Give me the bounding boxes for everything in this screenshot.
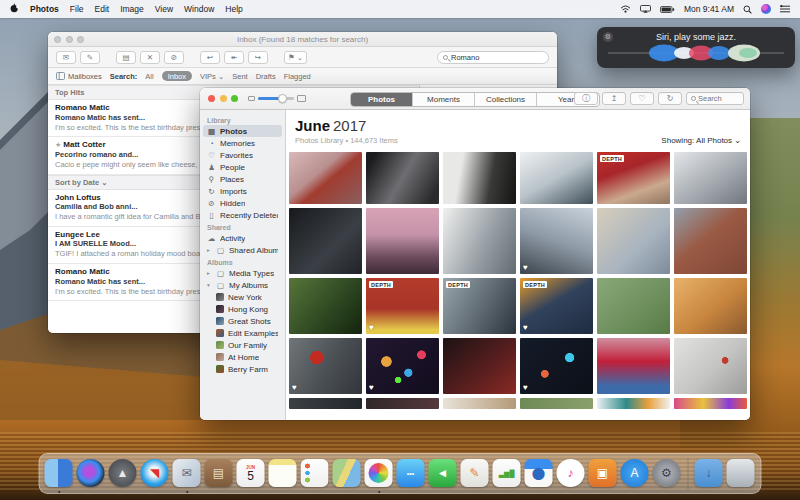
disclosure-chevron[interactable]: ▾ <box>207 282 212 288</box>
sidebar-item-media-types[interactable]: ▸▢Media Types <box>200 267 285 279</box>
dock-item-reminders[interactable] <box>301 459 330 488</box>
filter-flagged[interactable]: Flagged <box>284 72 311 81</box>
photo-red-car-road[interactable]: ♥ <box>289 338 362 394</box>
zoom-slider[interactable] <box>258 97 294 100</box>
sidebar-item-our-family[interactable]: Our Family <box>200 339 285 351</box>
photo-night-bokeh[interactable]: ♥ <box>366 338 439 394</box>
photo-orange-beanie-man[interactable]: DEPTH♥ <box>520 278 593 334</box>
menu-item-help[interactable]: Help <box>225 4 242 14</box>
sidebar-item-memories[interactable]: ◔Memories <box>200 137 285 149</box>
photo-ice-aerial[interactable] <box>520 152 593 204</box>
sidebar-item-edit-examples[interactable]: Edit Examples <box>200 327 285 339</box>
sidebar-item-places[interactable]: ⚲Places <box>200 173 285 185</box>
filter-inbox[interactable]: Inbox <box>162 71 192 81</box>
siri-settings-icon[interactable]: ⚙ <box>603 32 613 42</box>
spotlight-icon[interactable] <box>743 5 752 14</box>
dock-item-siri[interactable] <box>77 459 106 488</box>
info-button[interactable]: ⓘ <box>574 92 598 105</box>
dock-item-contacts[interactable]: ▤ <box>205 459 234 488</box>
sidebar-item-recently-deleted[interactable]: ▯Recently Deleted <box>200 209 285 221</box>
reply-button[interactable]: ↩ <box>200 51 220 64</box>
compose-button[interactable]: ✎ <box>80 51 100 64</box>
share-button[interactable]: ↥ <box>602 92 626 105</box>
photo-red-light-person[interactable] <box>443 338 516 394</box>
photo-palm-leaves[interactable] <box>289 278 362 334</box>
dock-item-photos[interactable] <box>365 459 394 488</box>
filter-all[interactable]: All <box>145 72 153 81</box>
photo-pink-sunset-city[interactable] <box>366 208 439 274</box>
minimize-button[interactable] <box>220 95 227 102</box>
favorite-button[interactable]: ♡ <box>630 92 654 105</box>
zoom-slider-knob[interactable] <box>278 94 287 103</box>
notification-center-icon[interactable] <box>780 5 790 13</box>
photo-radial-building[interactable] <box>674 152 747 204</box>
sidebar-item-berry-farm[interactable]: Berry Farm <box>200 363 285 375</box>
mailboxes-button[interactable]: Mailboxes <box>56 72 102 81</box>
sidebar-item-people[interactable]: ♟People <box>200 161 285 173</box>
menu-item-view[interactable]: View <box>155 4 173 14</box>
dock-item-notes[interactable] <box>269 459 298 488</box>
dock-item-facetime[interactable]: ◄ <box>429 459 458 488</box>
sidebar-item-hidden[interactable]: ⊘Hidden <box>200 197 285 209</box>
sidebar-item-hong-kong[interactable]: Hong Kong <box>200 303 285 315</box>
filter-vips[interactable]: VIPs ⌄ <box>200 72 224 81</box>
sidebar-item-favorites[interactable]: ♡Favorites <box>200 149 285 161</box>
photo-partial-2[interactable] <box>366 398 439 409</box>
menu-item-file[interactable]: File <box>70 4 84 14</box>
photo-sunset-woman[interactable] <box>674 278 747 334</box>
menu-item-photos[interactable]: Photos <box>30 4 59 14</box>
siri-menu-icon[interactable] <box>761 4 771 14</box>
wifi-icon[interactable] <box>620 5 631 13</box>
photo-spiral-stripes[interactable] <box>443 208 516 274</box>
disclosure-chevron[interactable]: ▸ <box>207 270 212 276</box>
dock-item-downloads[interactable]: ↓ <box>695 459 724 488</box>
photo-brick-city[interactable] <box>674 208 747 274</box>
dock-item-messages[interactable]: ••• <box>397 459 426 488</box>
photo-pink-bridge-beanie[interactable] <box>597 338 670 394</box>
photo-night-window[interactable]: ♥ <box>520 338 593 394</box>
sidebar-item-new-york[interactable]: New York <box>200 291 285 303</box>
forward-button[interactable]: ↪ <box>248 51 268 64</box>
sidebar-item-at-home[interactable]: At Home <box>200 351 285 363</box>
photo-red-hat-woman[interactable]: DEPTH <box>597 152 670 204</box>
filter-drafts[interactable]: Drafts <box>256 72 276 81</box>
dock-item-mail[interactable]: ✉ <box>173 459 202 488</box>
sidebar-item-imports[interactable]: ↻Imports <box>200 185 285 197</box>
tab-moments[interactable]: Moments <box>413 93 475 106</box>
dock-item-itunes[interactable]: ♪ <box>557 459 586 488</box>
photos-search-field[interactable] <box>686 92 744 105</box>
archive-button[interactable]: ▤ <box>116 51 136 64</box>
tab-collections[interactable]: Collections <box>475 93 537 106</box>
photo-skyscraper[interactable]: ♥ <box>520 208 593 274</box>
sidebar-item-my-albums[interactable]: ▾▢My Albums <box>200 279 285 291</box>
mail-search-input[interactable] <box>451 53 543 62</box>
photos-toolbar[interactable]: PhotosMomentsCollectionsYears ⓘ↥♡↻ <box>200 88 750 110</box>
dock-item-calendar[interactable]: JUN5 <box>237 459 266 488</box>
sidebar-item-great-shots[interactable]: Great Shots <box>200 315 285 327</box>
photo-partial-5[interactable] <box>597 398 670 409</box>
dock-item-finder[interactable] <box>45 459 74 488</box>
dock-item-safari[interactable]: ◥ <box>141 459 170 488</box>
dock-item-launchpad[interactable]: ▲ <box>109 459 138 488</box>
photo-partial-1[interactable] <box>289 398 362 409</box>
close-button[interactable] <box>208 95 215 102</box>
photos-search-input[interactable] <box>698 94 739 103</box>
mail-titlebar[interactable]: Inbox (Found 18 matches for search) <box>48 32 557 47</box>
get-mail-button[interactable]: ✉ <box>56 51 76 64</box>
disclosure-chevron[interactable]: ▸ <box>207 247 212 253</box>
sidebar-item-shared-albums[interactable]: ▸▢Shared Albums <box>200 244 285 256</box>
dock-item-pages[interactable]: ✎ <box>461 459 490 488</box>
dock-item-ibooks[interactable]: ▣ <box>589 459 618 488</box>
zoom-button[interactable] <box>231 95 238 102</box>
showing-filter[interactable]: Showing: All Photos ⌄ <box>661 136 741 145</box>
flag-button[interactable]: ⚑ ⌄ <box>284 51 307 64</box>
dock-item-trash[interactable] <box>727 459 756 488</box>
reply-all-button[interactable]: ↞ <box>224 51 244 64</box>
menu-item-image[interactable]: Image <box>120 4 144 14</box>
menu-item-edit[interactable]: Edit <box>95 4 110 14</box>
dock-item-maps[interactable] <box>333 459 362 488</box>
sidebar-item-photos[interactable]: ▦Photos <box>203 125 282 137</box>
photo-profile-person[interactable]: DEPTH <box>443 278 516 334</box>
tab-photos[interactable]: Photos <box>351 93 413 106</box>
photo-yellow-shirt-woman[interactable]: DEPTH♥ <box>366 278 439 334</box>
